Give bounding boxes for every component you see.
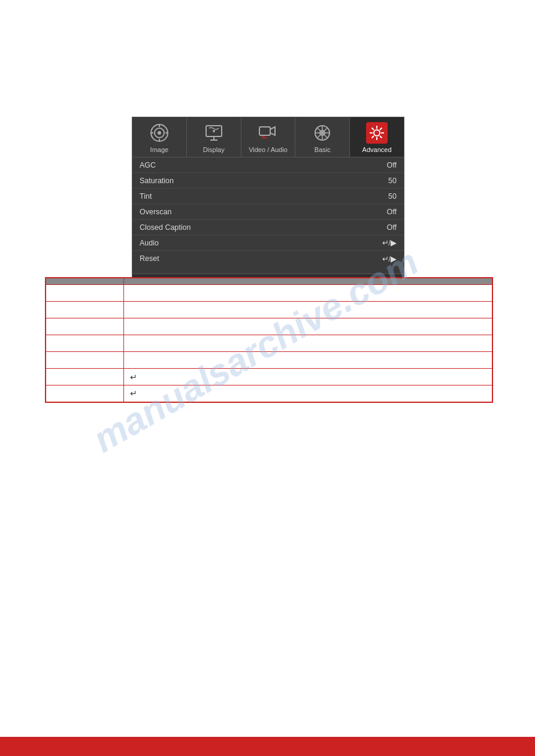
video-audio-tab-icon bbox=[257, 122, 279, 144]
svg-point-10 bbox=[213, 130, 215, 132]
table-cell-label bbox=[46, 318, 123, 335]
table-cell-label bbox=[46, 302, 123, 318]
svg-point-2 bbox=[158, 131, 161, 135]
overscan-label: Overscan bbox=[140, 208, 172, 216]
svg-line-20 bbox=[372, 128, 374, 130]
table-row-enter1: ↵ bbox=[46, 369, 492, 385]
table-row bbox=[46, 302, 492, 318]
tab-advanced-label: Advanced bbox=[362, 146, 392, 153]
table-row bbox=[46, 318, 492, 335]
table-cell-label bbox=[46, 385, 123, 402]
tab-video-audio-label: Video / Audio bbox=[249, 146, 288, 153]
svg-marker-12 bbox=[270, 127, 275, 135]
saturation-value: 50 bbox=[388, 177, 397, 185]
osd-tab-bar: Image Display bbox=[132, 117, 404, 157]
audio-value: ↵/▶ bbox=[382, 238, 397, 247]
tab-display-label: Display bbox=[203, 146, 225, 153]
table-cell-label bbox=[46, 352, 123, 369]
table-row bbox=[46, 285, 492, 302]
osd-row-agc: AGC Off bbox=[132, 157, 404, 173]
svg-line-23 bbox=[372, 136, 374, 138]
table-header-col1 bbox=[46, 278, 123, 285]
table-cell-label bbox=[46, 335, 123, 352]
svg-rect-11 bbox=[259, 127, 270, 135]
table-row bbox=[46, 335, 492, 352]
tint-label: Tint bbox=[140, 192, 152, 201]
audio-label: Audio bbox=[140, 239, 159, 247]
agc-value: Off bbox=[387, 161, 397, 169]
advanced-tab-icon bbox=[366, 122, 388, 144]
reset-value: ↵/▶ bbox=[382, 254, 397, 263]
image-tab-icon bbox=[149, 122, 170, 144]
overscan-value: Off bbox=[387, 208, 397, 216]
table-cell-enter: ↵ bbox=[123, 385, 492, 402]
osd-row-audio: Audio ↵/▶ bbox=[132, 235, 404, 251]
bottom-bar bbox=[0, 737, 535, 756]
table-row bbox=[46, 352, 492, 369]
tab-video-audio[interactable]: Video / Audio bbox=[241, 117, 296, 157]
closed-caption-value: Off bbox=[387, 223, 397, 232]
table-cell-value bbox=[123, 285, 492, 302]
tint-value: 50 bbox=[388, 192, 397, 201]
tab-display[interactable]: Display bbox=[187, 117, 241, 157]
osd-menu: Image Display bbox=[132, 117, 404, 292]
display-tab-icon bbox=[203, 122, 225, 144]
basic-tab-icon bbox=[312, 122, 333, 144]
closed-caption-label: Closed Caption bbox=[140, 223, 191, 232]
table-row-enter2: ↵ bbox=[46, 385, 492, 402]
table-cell-value bbox=[123, 335, 492, 352]
tab-image[interactable]: Image bbox=[132, 117, 187, 157]
osd-row-closed-caption: Closed Caption Off bbox=[132, 220, 404, 235]
osd-row-reset: Reset ↵/▶ bbox=[132, 251, 404, 266]
table-cell-label bbox=[46, 285, 123, 302]
table-cell-value bbox=[123, 352, 492, 369]
table-cell-value bbox=[123, 302, 492, 318]
tab-image-label: Image bbox=[150, 146, 169, 153]
enter-icon-1: ↵ bbox=[130, 372, 137, 382]
osd-row-list: AGC Off Saturation 50 Tint 50 Overscan O… bbox=[132, 157, 404, 266]
info-table: ↵ ↵ bbox=[45, 277, 493, 403]
osd-row-saturation: Saturation 50 bbox=[132, 173, 404, 189]
osd-row-overscan: Overscan Off bbox=[132, 204, 404, 220]
table-cell-enter: ↵ bbox=[123, 369, 492, 385]
svg-line-21 bbox=[380, 136, 382, 138]
saturation-label: Saturation bbox=[140, 177, 174, 185]
table-header-col2 bbox=[123, 278, 492, 285]
table-cell-value bbox=[123, 318, 492, 335]
reset-label: Reset bbox=[140, 254, 159, 263]
osd-row-tint: Tint 50 bbox=[132, 189, 404, 204]
tab-advanced[interactable]: Advanced bbox=[350, 117, 404, 157]
table-cell-label bbox=[46, 369, 123, 385]
enter-icon-2: ↵ bbox=[130, 388, 137, 398]
svg-point-15 bbox=[374, 130, 380, 136]
tab-basic-label: Basic bbox=[315, 146, 331, 153]
agc-label: AGC bbox=[140, 161, 156, 169]
tab-basic[interactable]: Basic bbox=[295, 117, 350, 157]
svg-line-22 bbox=[380, 128, 382, 130]
